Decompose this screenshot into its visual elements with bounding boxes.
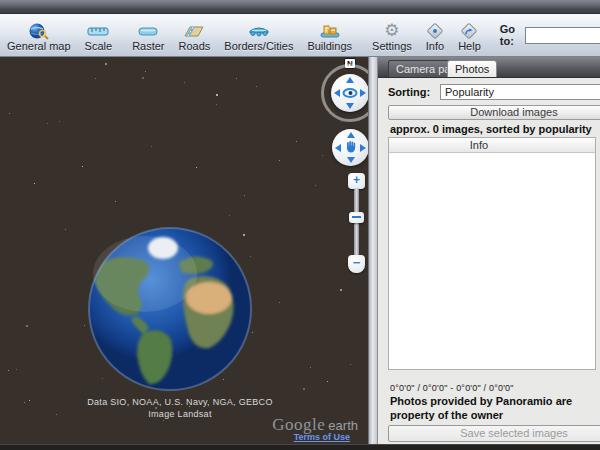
panoramio-copyright-notice: Photos provided by Panoramio are propert…: [390, 395, 594, 423]
buildings-button[interactable]: Buildings: [300, 14, 359, 56]
earth-globe[interactable]: [87, 226, 253, 392]
scale-button[interactable]: Scale: [78, 14, 120, 56]
info-column-header[interactable]: Info: [389, 138, 595, 153]
ruler-icon: [87, 22, 109, 40]
star-dot: [229, 215, 230, 216]
star-dot: [82, 166, 83, 167]
window-bottom-strip: [0, 444, 600, 450]
eye-icon: [343, 88, 358, 98]
raster-layer-icon: [138, 22, 158, 40]
star-dot: [105, 63, 107, 65]
zoom-slider-handle[interactable]: [349, 212, 364, 223]
main-toolbar: General map Scale R: [0, 14, 600, 57]
pan-right-arrow-icon[interactable]: [360, 144, 366, 152]
star-dot: [184, 82, 185, 83]
settings-label: Settings: [372, 40, 412, 52]
star-dot: [34, 183, 35, 184]
star-dot: [145, 71, 146, 72]
star-dot: [95, 78, 96, 79]
application-window: General map Scale R: [0, 0, 600, 450]
star-dot: [322, 155, 323, 156]
star-dot: [216, 94, 218, 96]
star-dot: [340, 289, 342, 291]
settings-button[interactable]: ⚙ Settings: [365, 14, 419, 56]
star-dot: [84, 325, 85, 326]
info-icon: [429, 22, 441, 40]
photos-panel: Camera pan Photos Sorting: Popularity Do…: [378, 57, 600, 450]
star-dot: [59, 121, 60, 122]
zoom-slider-track[interactable]: [354, 188, 359, 259]
zoom-out-button[interactable]: −: [348, 255, 365, 273]
star-dot: [9, 113, 10, 114]
help-button[interactable]: Help: [451, 14, 488, 56]
download-images-button[interactable]: Download images: [388, 105, 600, 120]
panel-splitter[interactable]: [368, 57, 378, 450]
raster-label: Raster: [132, 40, 164, 52]
goto-section: Go to:: [494, 14, 600, 56]
star-dot: [16, 369, 17, 370]
raster-button[interactable]: Raster: [125, 14, 171, 56]
goto-input[interactable]: [525, 27, 600, 44]
roads-button[interactable]: Roads: [172, 14, 218, 56]
data-attribution: Data SIO, NOAA, U.S. Navy, NGA, GEBCO: [0, 397, 360, 407]
tab-photos[interactable]: Photos: [447, 60, 497, 77]
look-down-arrow-icon[interactable]: [346, 103, 354, 109]
sorting-label: Sorting:: [388, 86, 440, 98]
star-dot: [279, 160, 280, 161]
borders-cities-button[interactable]: Borders/Cities: [217, 14, 300, 56]
hand-icon: [345, 139, 357, 157]
star-dot: [341, 121, 342, 122]
star-dot: [350, 364, 351, 365]
star-dot: [115, 201, 116, 202]
buildings-label: Buildings: [307, 40, 352, 52]
star-dot: [47, 123, 48, 124]
look-right-arrow-icon[interactable]: [360, 89, 366, 97]
globe-map-icon: [28, 22, 50, 40]
look-up-arrow-icon[interactable]: [346, 77, 354, 83]
look-left-arrow-icon[interactable]: [334, 89, 340, 97]
panel-tabbar: Camera pan Photos: [378, 57, 600, 78]
pan-down-arrow-icon[interactable]: [347, 157, 355, 163]
star-dot: [196, 167, 197, 168]
star-dot: [216, 104, 217, 105]
roads-icon: [183, 22, 205, 40]
photo-info-list[interactable]: Info: [388, 137, 596, 370]
star-dot: [65, 229, 66, 230]
images-summary-text: approx. 0 images, sorted by popularity: [390, 123, 592, 135]
borders-cities-icon: [248, 22, 270, 40]
pan-control[interactable]: [332, 129, 368, 166]
star-dot: [315, 185, 316, 186]
star-dot: [256, 86, 257, 87]
gear-icon: ⚙: [384, 22, 399, 40]
goto-label: Go to:: [500, 23, 520, 47]
help-label: Help: [458, 40, 481, 52]
pan-up-arrow-icon[interactable]: [347, 132, 355, 138]
info-label: Info: [426, 40, 444, 52]
window-title-strip: [0, 0, 600, 14]
general-map-button[interactable]: General map: [0, 14, 78, 56]
star-dot: [310, 367, 311, 368]
sorting-dropdown[interactable]: Popularity: [440, 84, 600, 100]
zoom-in-button[interactable]: +: [348, 173, 365, 189]
star-dot: [163, 420, 164, 421]
star-dot: [303, 388, 305, 390]
star-dot: [244, 195, 245, 196]
look-control[interactable]: [331, 74, 368, 112]
map-view[interactable]: N: [0, 57, 368, 444]
scale-label: Scale: [85, 40, 113, 52]
save-selected-images-button[interactable]: Save selected images: [388, 425, 600, 442]
earth-logo-text: earth: [328, 418, 358, 433]
star-dot: [26, 325, 28, 327]
star-dot: [279, 302, 280, 303]
star-dot: [142, 77, 144, 79]
star-dot: [327, 381, 328, 382]
terms-of-use-link[interactable]: Terms of Use: [294, 432, 350, 442]
roads-label: Roads: [179, 40, 211, 52]
sorting-row: Sorting: Popularity: [388, 84, 600, 100]
buildings-icon: [319, 22, 341, 40]
info-button[interactable]: Info: [419, 14, 451, 56]
star-dot: [151, 146, 152, 147]
pan-left-arrow-icon[interactable]: [335, 144, 341, 152]
help-icon: [463, 22, 475, 40]
general-map-label: General map: [7, 40, 71, 52]
